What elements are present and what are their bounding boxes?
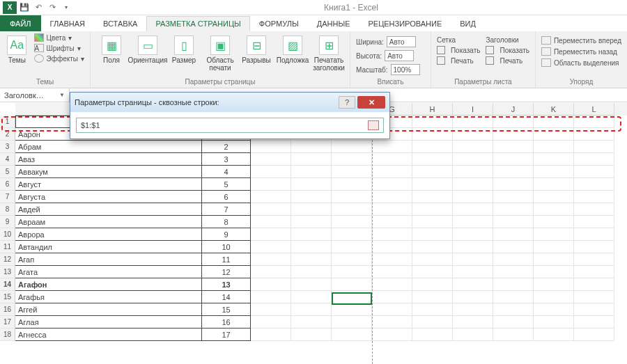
cell-name[interactable]: Агап (15, 253, 202, 266)
tab-view[interactable]: ВИД (451, 16, 485, 31)
row-header[interactable]: 9 (0, 216, 15, 228)
cell[interactable] (412, 291, 453, 303)
cell[interactable] (332, 178, 372, 191)
col-header-I[interactable]: I (453, 103, 493, 116)
cell[interactable] (291, 291, 332, 303)
cell[interactable] (372, 291, 412, 303)
cell[interactable] (251, 291, 291, 303)
cell[interactable] (291, 153, 332, 166)
cell[interactable] (493, 253, 534, 266)
cell[interactable] (453, 228, 493, 241)
cell-number[interactable]: 17 (202, 329, 251, 341)
cell-number[interactable]: 3 (202, 153, 251, 166)
cell[interactable] (291, 329, 332, 341)
cell[interactable] (372, 266, 412, 278)
cell[interactable] (412, 329, 453, 341)
cell[interactable] (251, 203, 291, 216)
cell[interactable] (493, 316, 534, 329)
cell[interactable] (574, 329, 614, 341)
cell[interactable] (574, 153, 614, 166)
cell[interactable] (372, 253, 412, 266)
cell[interactable] (372, 316, 412, 329)
cell[interactable] (372, 216, 412, 228)
cell-number[interactable]: 10 (202, 241, 251, 253)
cell[interactable] (453, 266, 493, 278)
cell[interactable] (534, 216, 574, 228)
cell[interactable] (291, 241, 332, 253)
cell[interactable] (453, 303, 493, 316)
cell[interactable] (332, 266, 372, 278)
tab-insert[interactable]: ВСТАВКА (94, 16, 146, 31)
cell-number[interactable]: 7 (202, 203, 251, 216)
tab-formulas[interactable]: ФОРМУЛЫ (250, 16, 308, 31)
cell[interactable] (493, 153, 534, 166)
cell[interactable] (493, 178, 534, 191)
cell[interactable] (332, 191, 372, 203)
cell-number[interactable]: 14 (202, 291, 251, 303)
cell-number[interactable]: 13 (202, 278, 251, 291)
cell[interactable] (534, 329, 574, 341)
cell-number[interactable]: 16 (202, 316, 251, 329)
cell[interactable] (574, 128, 614, 141)
save-icon[interactable]: 💾 (18, 1, 31, 14)
rows-to-repeat-input[interactable]: $1:$1 (76, 118, 384, 133)
cell[interactable] (574, 291, 614, 303)
cell[interactable] (291, 178, 332, 191)
cell-name[interactable]: Аввакум (15, 166, 202, 178)
cell-name[interactable]: Аваз (15, 153, 202, 166)
cell-name[interactable]: Аггей (15, 303, 202, 316)
cell[interactable] (412, 316, 453, 329)
row-header[interactable]: 6 (0, 178, 15, 191)
colors-button[interactable]: Цвета ▾ (33, 33, 86, 42)
cell[interactable] (291, 191, 332, 203)
cell[interactable] (332, 329, 372, 341)
cell[interactable] (372, 278, 412, 291)
cell[interactable] (332, 141, 372, 153)
gridlines-print-checkbox[interactable]: Печать (435, 56, 482, 65)
cell[interactable] (332, 203, 372, 216)
cell[interactable] (332, 216, 372, 228)
cell[interactable] (291, 266, 332, 278)
cell[interactable] (412, 228, 453, 241)
cell[interactable] (493, 203, 534, 216)
cell-number[interactable]: 9 (202, 228, 251, 241)
themes-button[interactable]: Aa Темы (4, 33, 30, 78)
row-header[interactable]: 11 (0, 241, 15, 253)
tab-review[interactable]: РЕЦЕНЗИРОВАНИЕ (359, 16, 451, 31)
cell[interactable] (534, 291, 574, 303)
cell[interactable] (251, 191, 291, 203)
cell[interactable] (534, 278, 574, 291)
col-header-J[interactable]: J (493, 103, 534, 116)
spreadsheet-grid[interactable]: G H I J K L 1 Имена Номер 2Аарон13Абрам2… (0, 103, 627, 364)
qat-dropdown-icon[interactable]: ▾ (60, 1, 72, 14)
orientation-button[interactable]: ▭Ориентация (131, 33, 164, 78)
cell-number[interactable]: 5 (202, 178, 251, 191)
cell[interactable] (291, 316, 332, 329)
cell[interactable] (412, 178, 453, 191)
cell-name[interactable]: Агнесса (15, 329, 202, 341)
cell[interactable] (534, 141, 574, 153)
cell[interactable] (534, 166, 574, 178)
scale-control[interactable]: Масштаб: 100% (355, 63, 426, 76)
cell[interactable] (251, 228, 291, 241)
cell[interactable] (534, 116, 574, 128)
row-header[interactable]: 10 (0, 228, 15, 241)
row-header[interactable]: 7 (0, 191, 15, 203)
cell[interactable] (453, 216, 493, 228)
cell-name[interactable]: Августа (15, 191, 202, 203)
cell[interactable] (493, 116, 534, 128)
cell[interactable] (453, 316, 493, 329)
cell[interactable] (574, 191, 614, 203)
cell-number[interactable]: 12 (202, 266, 251, 278)
cell[interactable] (534, 228, 574, 241)
row-header[interactable]: 3 (0, 141, 15, 153)
cell[interactable] (291, 303, 332, 316)
cell[interactable] (534, 178, 574, 191)
tab-page-layout[interactable]: РАЗМЕТКА СТРАНИЦЫ (146, 16, 249, 31)
width-value[interactable]: Авто (387, 36, 416, 47)
cell[interactable] (534, 153, 574, 166)
cell[interactable] (372, 228, 412, 241)
cell[interactable] (332, 153, 372, 166)
cell[interactable] (291, 166, 332, 178)
cell[interactable] (453, 241, 493, 253)
